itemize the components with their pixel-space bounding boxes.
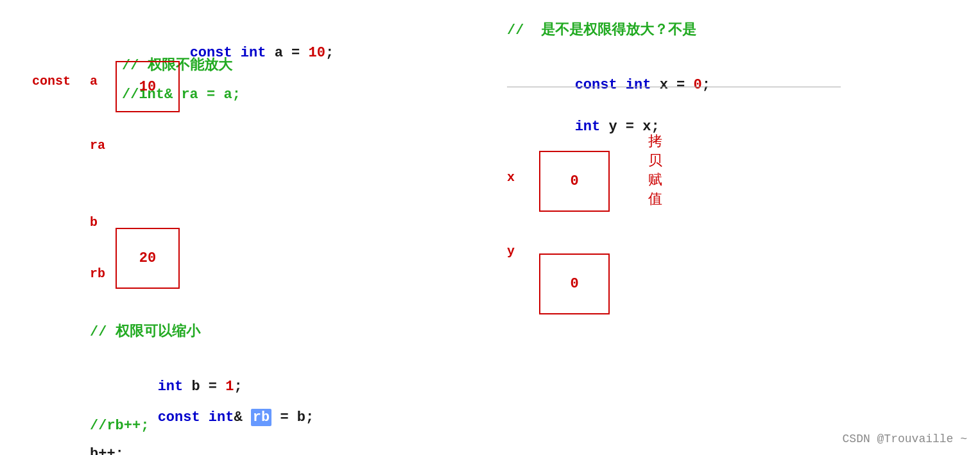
divider-line — [507, 87, 841, 87]
comment-4: //rb++; — [90, 415, 149, 437]
kw-int1: int — [241, 45, 266, 61]
kw-const2: const — [158, 409, 200, 425]
mem-box-a: 10 — [116, 61, 180, 112]
mem-label-b: b — [90, 215, 98, 230]
val-x: 0 — [693, 77, 701, 93]
val-10: 10 — [308, 45, 325, 61]
mem-box-b: 20 — [116, 228, 180, 289]
kw-int4: int — [626, 77, 651, 93]
mem-label-x: x — [507, 170, 515, 185]
mem-label-rb: rb — [90, 266, 105, 281]
mem-label-ra: ra — [90, 138, 105, 153]
kw-rb-highlighted: rb — [251, 409, 271, 426]
kw-int5: int — [575, 119, 601, 135]
mem-label-const: const — [32, 74, 71, 89]
kw-const3: const — [575, 77, 617, 93]
mem-box-x: 0 — [539, 151, 610, 212]
watermark: CSDN @Trouvaille ~ — [843, 433, 967, 445]
kw-int3: int — [209, 409, 234, 425]
page-container: const int a = 10; // 权限不能放大 //int& ra = … — [0, 0, 980, 455]
comment-3: // 权限可以缩小 — [90, 321, 200, 343]
mem-box-y: 0 — [539, 253, 610, 314]
mem-label-y: y — [507, 244, 515, 259]
code-line-5: b++; — [90, 443, 124, 455]
comment-right-1: // 是不是权限得放大？不是 — [507, 19, 696, 42]
annotation-kaobei: 拷贝赋值 — [648, 132, 662, 209]
mem-label-a: a — [90, 74, 98, 89]
